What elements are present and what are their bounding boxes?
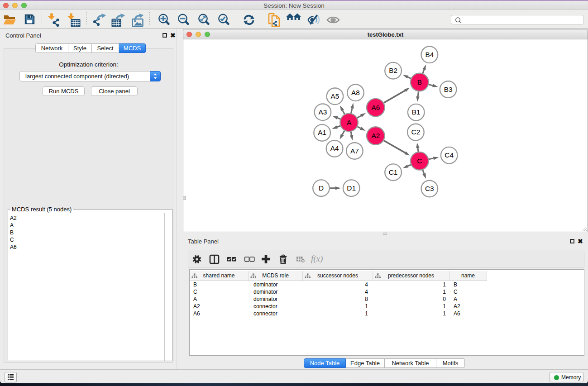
svg-text:D1: D1: [347, 184, 356, 192]
svg-text:A8: A8: [351, 89, 360, 96]
svg-text:B2: B2: [389, 67, 397, 74]
svg-text:A3: A3: [318, 108, 327, 116]
svg-text:A2: A2: [371, 132, 380, 139]
svg-text:D: D: [319, 184, 324, 192]
svg-text:B: B: [417, 78, 422, 86]
svg-text:C3: C3: [425, 185, 434, 192]
svg-text:C2: C2: [411, 128, 421, 136]
svg-text:C4: C4: [445, 151, 454, 159]
svg-text:A5: A5: [330, 92, 339, 100]
svg-text:A4: A4: [330, 144, 339, 152]
svg-text:A7: A7: [350, 147, 359, 155]
svg-text:A6: A6: [371, 104, 380, 111]
svg-text:B3: B3: [444, 86, 453, 93]
svg-text:B1: B1: [412, 108, 421, 116]
svg-text:C: C: [417, 157, 422, 165]
svg-text:A: A: [347, 119, 352, 126]
svg-text:A1: A1: [318, 129, 326, 136]
svg-text:B4: B4: [425, 51, 434, 58]
svg-text:C1: C1: [389, 168, 398, 176]
